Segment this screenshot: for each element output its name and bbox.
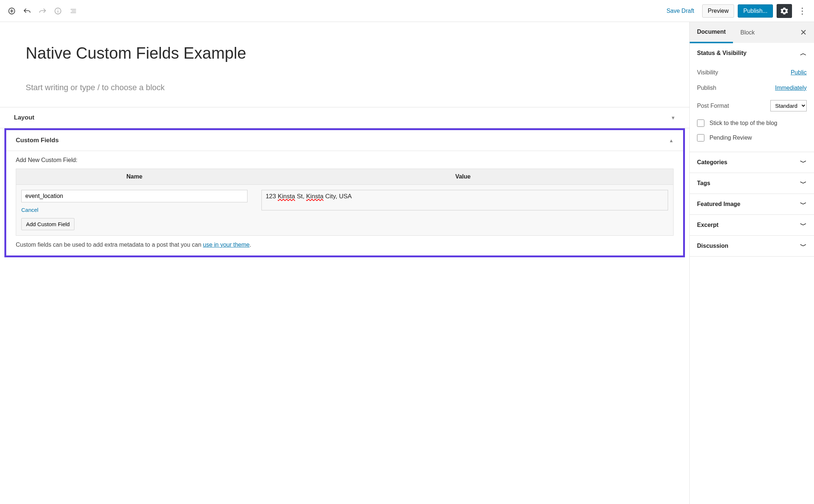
add-new-cf-heading: Add New Custom Field: xyxy=(16,157,674,163)
cf-value-input[interactable]: 123 Kinsta St, Kinsta City, USA xyxy=(261,190,668,210)
close-sidebar-button[interactable]: ✕ xyxy=(793,28,814,37)
cf-footnote: Custom fields can be used to add extra m… xyxy=(16,242,674,248)
publish-button[interactable]: Publish... xyxy=(738,4,773,18)
top-toolbar: Save Draft Preview Publish... ⋮ xyxy=(0,0,814,22)
custom-fields-header[interactable]: Custom Fields ▲ xyxy=(6,130,683,151)
layout-panel-title: Layout xyxy=(14,114,34,121)
publish-label: Publish xyxy=(697,85,716,91)
gear-icon xyxy=(780,7,788,15)
visibility-label: Visibility xyxy=(697,69,718,76)
stick-top-checkbox[interactable]: Stick to the top of the blog xyxy=(697,116,807,130)
cf-value-header: Value xyxy=(253,169,673,184)
post-format-select[interactable]: Standard xyxy=(770,100,807,111)
status-visibility-header[interactable]: Status & Visibility ︿ xyxy=(690,43,814,63)
discussion-header[interactable]: Discussion﹀ xyxy=(690,236,814,256)
info-icon xyxy=(54,7,62,15)
tab-document[interactable]: Document xyxy=(690,22,733,43)
publish-value-link[interactable]: Immediately xyxy=(775,85,807,91)
use-in-theme-link[interactable]: use in your theme xyxy=(203,242,250,248)
redo-button[interactable] xyxy=(36,4,49,18)
more-options-button[interactable]: ⋮ xyxy=(796,6,809,16)
layout-panel-header[interactable]: Layout ▼ xyxy=(0,107,689,128)
tags-header[interactable]: Tags﹀ xyxy=(690,173,814,194)
layout-panel: Layout ▼ xyxy=(0,107,689,128)
featured-image-header[interactable]: Featured Image﹀ xyxy=(690,194,814,214)
undo-icon xyxy=(23,7,31,15)
settings-button[interactable] xyxy=(777,4,792,18)
pending-review-checkbox[interactable]: Pending Review xyxy=(697,130,807,145)
chevron-down-icon: ﹀ xyxy=(800,200,807,209)
plus-circle-icon xyxy=(8,7,16,15)
stick-top-input[interactable] xyxy=(697,119,704,127)
settings-sidebar: Document Block ✕ Status & Visibility ︿ V… xyxy=(689,22,814,504)
pending-review-input[interactable] xyxy=(697,134,704,141)
block-placeholder[interactable]: Start writing or type / to choose a bloc… xyxy=(26,83,361,92)
triangle-up-icon: ▲ xyxy=(669,138,674,143)
cf-cancel-link[interactable]: Cancel xyxy=(21,207,247,213)
undo-button[interactable] xyxy=(21,4,34,18)
excerpt-header[interactable]: Excerpt﹀ xyxy=(690,215,814,235)
post-title-input[interactable] xyxy=(26,44,361,62)
custom-fields-table: Name Value Cancel 123 Kinsta St, Kinsta … xyxy=(16,169,674,236)
outline-icon xyxy=(69,7,77,15)
cf-name-header: Name xyxy=(16,169,253,184)
info-button[interactable] xyxy=(51,4,65,18)
preview-button[interactable]: Preview xyxy=(702,4,734,18)
chevron-down-icon: ﹀ xyxy=(800,221,807,229)
svg-point-5 xyxy=(58,9,58,10)
chevron-down-icon: ﹀ xyxy=(800,179,807,188)
cf-name-input[interactable] xyxy=(21,190,247,202)
chevron-down-icon: ﹀ xyxy=(800,242,807,250)
add-custom-field-button[interactable]: Add Custom Field xyxy=(21,218,74,230)
editor-area: Start writing or type / to choose a bloc… xyxy=(0,22,689,504)
save-draft-button[interactable]: Save Draft xyxy=(662,5,699,17)
outline-button[interactable] xyxy=(67,4,80,18)
categories-header[interactable]: Categories﹀ xyxy=(690,152,814,173)
tab-block[interactable]: Block xyxy=(733,23,762,43)
custom-fields-title: Custom Fields xyxy=(16,137,59,144)
chevron-down-icon: ﹀ xyxy=(800,158,807,167)
sidebar-tabs: Document Block ✕ xyxy=(690,22,814,43)
triangle-down-icon: ▼ xyxy=(671,115,675,121)
chevron-up-icon: ︿ xyxy=(800,49,807,58)
visibility-value-link[interactable]: Public xyxy=(791,69,807,76)
redo-icon xyxy=(38,7,47,15)
custom-fields-highlight: Custom Fields ▲ Add New Custom Field: Na… xyxy=(4,128,685,257)
status-visibility-section: Status & Visibility ︿ Visibility Public … xyxy=(690,43,814,152)
add-block-button[interactable] xyxy=(5,4,18,18)
post-format-label: Post Format xyxy=(697,103,729,109)
